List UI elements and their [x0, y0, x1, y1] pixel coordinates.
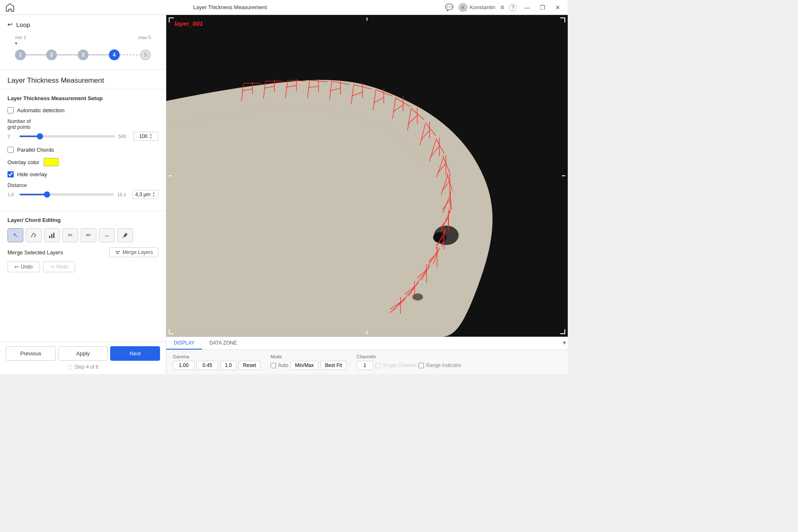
progress-labels: min 1 max 5: [15, 35, 151, 40]
channels-value[interactable]: [357, 361, 373, 370]
reset-btn[interactable]: Reset: [239, 361, 261, 370]
single-channel-label: Single Channel: [383, 362, 416, 368]
titlebar: Layer Thickness Measurement 💬 K Konstant…: [0, 0, 568, 15]
previous-btn[interactable]: Previous: [6, 346, 56, 361]
tool-pen[interactable]: ✏: [81, 228, 96, 242]
apply-btn[interactable]: Apply: [58, 346, 108, 361]
progress-min: min 1: [15, 35, 26, 40]
display-tabs: DISPLAY DATA ZONE ▾: [166, 337, 568, 350]
redo-label: Redo: [57, 264, 69, 270]
range-indicator-label: Range Indicator: [426, 362, 461, 368]
automatic-detection-checkbox[interactable]: [7, 107, 14, 113]
hide-overlay-row: Hide overlay: [7, 171, 158, 177]
parallel-chords-label: Parallel Chords: [17, 147, 54, 153]
merge-selected-label: Merge Selected Layers: [7, 249, 63, 256]
microscope-svg: [166, 15, 568, 337]
tool-scissors[interactable]: ✂: [62, 228, 78, 242]
section-main-title: Layer Thickness Measurement: [0, 70, 166, 89]
single-channel-checkbox[interactable]: [375, 363, 381, 368]
menu-icon[interactable]: ≡: [500, 4, 504, 11]
automatic-detection-row: Automatic detection: [7, 107, 158, 113]
undo-redo-row: ↩ Undo ↪ Redo: [7, 261, 158, 272]
undo-btn[interactable]: ↩ Undo: [7, 261, 40, 272]
progress-section: min 1 max 5 ▾ 1 2 3 4 5: [7, 33, 158, 65]
minmax-btn[interactable]: Min/Max: [291, 361, 318, 370]
distance-value: 4,3 μm: [135, 192, 150, 197]
distance-spinner[interactable]: ▲ ▼: [152, 191, 155, 198]
channels-label: Channels: [357, 354, 461, 359]
grid-points-max: 500: [118, 134, 130, 139]
editing-section: Layer/ Chord Editing ↖ ✂: [0, 211, 166, 278]
layer-label: layer_001: [175, 20, 203, 27]
edge-top-marker: [367, 17, 367, 21]
step-5[interactable]: 5: [140, 49, 151, 60]
tool-chart[interactable]: [44, 228, 60, 242]
bestfit-btn[interactable]: Best Fit: [320, 361, 347, 370]
nav-buttons: Previous Apply Next: [6, 346, 160, 361]
distance-slider[interactable]: [19, 194, 114, 195]
step-text: Step 4 of 6: [74, 364, 99, 370]
gamma-value2[interactable]: [197, 361, 218, 370]
image-area: layer_001: [166, 15, 568, 337]
channels-row: Single Channel Range Indicator: [357, 361, 461, 370]
tool-dropper[interactable]: [117, 228, 133, 242]
tool-measure[interactable]: ↔: [99, 228, 115, 242]
step-2[interactable]: 2: [46, 49, 57, 60]
mode-group: Mode Auto Min/Max Best Fit: [271, 354, 347, 370]
single-channel-option: Single Channel: [375, 362, 416, 368]
tool-polygon[interactable]: [26, 228, 42, 242]
tab-data-zone[interactable]: DATA ZONE: [202, 337, 244, 350]
distance-max: 16,1: [117, 192, 129, 197]
parallel-chords-checkbox[interactable]: [7, 147, 14, 153]
edge-left-marker: [169, 175, 172, 176]
username: Konstantin: [470, 4, 495, 10]
merge-btn-label: Merge Layers: [123, 249, 153, 255]
minimize-btn[interactable]: —: [522, 3, 532, 12]
home-icon[interactable]: [5, 2, 15, 12]
step-1[interactable]: 1: [15, 49, 26, 60]
distance-label: Distance: [7, 182, 158, 188]
edge-bottom-marker: [367, 331, 367, 334]
chat-icon[interactable]: 💬: [445, 3, 453, 11]
hide-overlay-checkbox[interactable]: [7, 171, 14, 177]
tab-display[interactable]: DISPLAY: [166, 337, 202, 350]
gamma-1-btn[interactable]: 1.0: [220, 361, 236, 370]
close-btn[interactable]: ✕: [553, 3, 563, 12]
svg-rect-0: [49, 236, 50, 238]
connector-3-4: [89, 54, 109, 55]
left-panel: ↩ Loop min 1 max 5 ▾ 1 2 3 4: [0, 15, 166, 374]
range-indicator-checkbox[interactable]: [419, 363, 424, 368]
grid-points-spinner[interactable]: ▲ ▼: [149, 133, 153, 140]
corner-tl-marker: [169, 17, 174, 22]
help-icon[interactable]: ?: [509, 4, 517, 11]
edge-right-marker: [562, 175, 565, 176]
step-3[interactable]: 3: [78, 49, 89, 60]
microscope-image: layer_001: [166, 15, 568, 337]
distance-value-box: 4,3 μm ▲ ▼: [132, 190, 158, 199]
auto-checkbox[interactable]: [271, 363, 276, 368]
maximize-btn[interactable]: ❐: [537, 3, 548, 12]
step-4[interactable]: 4: [109, 49, 120, 60]
merge-layers-btn[interactable]: Merge Layers: [109, 247, 158, 257]
display-bar: DISPLAY DATA ZONE ▾ Gamma 1.0 Reset: [166, 337, 568, 374]
svg-rect-1: [51, 234, 52, 238]
titlebar-left: [5, 2, 15, 12]
loop-header: ↩ Loop min 1 max 5 ▾ 1 2 3 4: [0, 15, 166, 70]
display-dropdown[interactable]: ▾: [561, 337, 568, 350]
mode-label: Mode: [271, 354, 347, 359]
tool-select[interactable]: ↖: [7, 228, 23, 242]
grid-points-min: 2: [7, 134, 16, 139]
overlay-color-label: Overlay color: [7, 159, 39, 165]
redo-btn[interactable]: ↪ Redo: [43, 261, 76, 272]
corner-tr-marker: [560, 17, 565, 22]
grid-points-slider[interactable]: [19, 135, 115, 137]
overlay-color-swatch[interactable]: [44, 158, 59, 166]
svg-rect-2: [53, 233, 54, 238]
progress-max: max 5: [138, 35, 151, 40]
distance-row: Distance 1,6 16,1 4,3 μm ▲ ▼: [7, 182, 158, 199]
undo-label: Undo: [21, 264, 33, 270]
gamma-value1[interactable]: [173, 361, 195, 370]
next-btn[interactable]: Next: [110, 346, 160, 361]
connector-2-3: [57, 54, 77, 55]
loop-icon: ↩: [7, 21, 13, 28]
